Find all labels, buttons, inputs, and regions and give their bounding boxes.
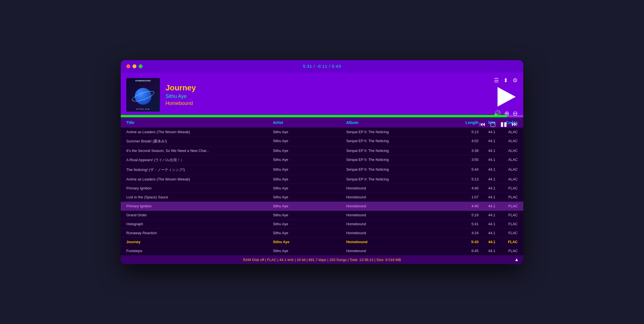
track-row[interactable]: Journey Sithu Aye Homebound 5:43 44.1 FL… — [121, 238, 523, 246]
col-header-length[interactable]: Length — [456, 120, 479, 125]
track-cell-album: Senpai EP II: The Noticing — [346, 130, 456, 134]
play-button[interactable] — [495, 87, 518, 107]
track-cell-length: 4:40 — [456, 186, 479, 190]
album-art-top-text: HOMEBOUND — [135, 80, 151, 82]
track-album: Homebound — [165, 100, 518, 106]
track-artist: Sithu Aye — [165, 93, 518, 99]
track-cell-artist: Sithu Aye — [273, 240, 346, 244]
status-text: RAM Disk off | FLAC | 44.1 kHz | 16 bit … — [243, 258, 401, 262]
title-bar: 5:31 / -0:11 / 5:43 — [121, 60, 523, 72]
track-cell-length: 1:07 — [456, 195, 479, 199]
track-cell-album: Homebound — [346, 195, 456, 199]
progress-bar-container[interactable] — [121, 115, 523, 117]
track-cell-artist: Sithu Aye — [273, 186, 346, 190]
track-row[interactable]: Holograph Sithu Aye Homebound 5:41 44.1 … — [121, 220, 523, 229]
track-cell-khz: 44.1 — [479, 222, 495, 226]
controls-area: ☰ ⬍ ⚙ 🔊 ⊕ ⊖ ⏮ ▢ ▮▮ ⏭ — [479, 77, 518, 128]
track-cell-length: 5:19 — [456, 213, 479, 217]
track-cell-artist: Sithu Aye — [273, 195, 346, 199]
track-cell-codec: FLAC — [495, 204, 518, 208]
track-cell-title: Lost in the (Space) Sauce — [126, 195, 273, 199]
next-icon[interactable]: ⏭ — [512, 121, 518, 128]
track-cell-title: Anime as Leaders (The Woven Weeab) — [126, 177, 273, 181]
track-cell-album: Homebound — [346, 204, 456, 208]
track-cell-codec: ALAC — [495, 149, 518, 153]
track-cell-length: 4:02 — [456, 139, 479, 144]
track-cell-artist: Sithu Aye — [273, 149, 346, 153]
track-row[interactable]: Footsteps Sithu Aye Homebound 6:45 44.1 … — [121, 246, 523, 255]
track-cell-khz: 44.1 — [479, 149, 495, 153]
track-cell-title: The Noticing! (ザ・ノーティシング!) — [126, 167, 273, 172]
track-cell-title: Holograph — [126, 222, 273, 226]
maximize-button[interactable] — [139, 64, 143, 68]
track-cell-title: Primary Ignition — [126, 204, 273, 208]
status-bar: RAM Disk off | FLAC | 44.1 kHz | 16 bit … — [121, 255, 523, 264]
stop-icon[interactable]: ▢ — [490, 121, 496, 128]
track-cell-album: Senpai EP II: The Noticing — [346, 177, 456, 181]
track-cell-artist: Sithu Aye — [273, 213, 346, 217]
track-row[interactable]: Lost in the (Space) Sauce Sithu Aye Home… — [121, 193, 523, 202]
track-info: Journey Sithu Aye Homebound — [165, 83, 518, 106]
track-cell-title: It's the Second Season, So We Need a New… — [126, 149, 273, 153]
track-cell-codec: FLAC — [495, 213, 518, 217]
track-cell-khz: 44.1 — [479, 158, 495, 163]
track-row[interactable]: Anime as Leaders (The Woven Weeab) Sithu… — [121, 128, 523, 137]
track-cell-album: Senpai EP II: The Noticing — [346, 158, 456, 163]
track-cell-codec: ALAC — [495, 158, 518, 163]
track-row[interactable]: It's the Second Season, So We Need a New… — [121, 146, 523, 155]
player-header: HOMEBOUND SITHU AYE Journey Sithu Aye Ho… — [121, 72, 523, 117]
track-cell-length: 5:13 — [456, 130, 479, 134]
scroll-up-button[interactable]: ▲ — [514, 257, 519, 262]
track-row[interactable]: Grand Order Sithu Aye Homebound 5:19 44.… — [121, 211, 523, 220]
track-cell-khz: 44.1 — [479, 240, 495, 244]
album-planet-graphic — [135, 88, 151, 105]
track-cell-khz: 44.1 — [479, 213, 495, 217]
track-cell-codec: FLAC — [495, 240, 518, 244]
track-cell-length: 6:45 — [456, 249, 479, 253]
track-cell-artist: Sithu Aye — [273, 130, 346, 134]
track-cell-title: Anime as Leaders (The Woven Weeab) — [126, 130, 273, 134]
track-cell-length: 5:41 — [456, 222, 479, 226]
pause-icon[interactable]: ▮▮ — [500, 121, 507, 128]
track-cell-title: Primary Ignition — [126, 186, 273, 190]
track-cell-length: 4:24 — [456, 231, 479, 235]
track-cell-artist: Sithu Aye — [273, 177, 346, 181]
col-header-title[interactable]: Title — [126, 120, 273, 125]
track-cell-artist: Sithu Aye — [273, 204, 346, 208]
track-cell-album: Homebound — [346, 240, 456, 244]
track-row[interactable]: Summer Break! (夏休み!) Sithu Aye Senpai EP… — [121, 137, 523, 146]
close-button[interactable] — [126, 64, 130, 68]
track-cell-title: Summer Break! (夏休み!) — [126, 139, 273, 144]
track-cell-khz: 44.1 — [479, 177, 495, 181]
track-cell-codec: FLAC — [495, 231, 518, 235]
track-row[interactable]: Primary Ignition Sithu Aye Homebound 4:4… — [121, 184, 523, 193]
album-art-bottom-text: SITHU AYE — [136, 108, 150, 110]
track-row[interactable]: Runaway Reaction Sithu Aye Homebound 4:2… — [121, 229, 523, 238]
track-cell-title: Footsteps — [126, 249, 273, 253]
track-cell-album: Homebound — [346, 213, 456, 217]
track-cell-codec: ALAC — [495, 130, 518, 134]
track-cell-artist: Sithu Aye — [273, 249, 346, 253]
top-icons: ☰ ⬍ ⚙ — [494, 77, 518, 84]
track-cell-length: 4:40 — [456, 204, 479, 208]
progress-bar-fill — [121, 115, 507, 117]
settings-icon[interactable]: ⚙ — [513, 77, 518, 84]
track-cell-khz: 44.1 — [479, 167, 495, 172]
equalizer-icon[interactable]: ⬍ — [503, 77, 508, 84]
track-cell-khz: 44.1 — [479, 186, 495, 190]
previous-icon[interactable]: ⏮ — [479, 121, 486, 128]
track-list-header: Title Artist Album Length kHz Codec — [121, 117, 523, 128]
transport-controls: ⏮ ▢ ▮▮ ⏭ — [479, 121, 518, 128]
playlist-icon[interactable]: ☰ — [494, 77, 499, 84]
track-cell-title: A Rival Appears! (ライバル出現！） — [126, 158, 273, 163]
track-cell-khz: 44.1 — [479, 231, 495, 235]
col-header-album[interactable]: Album — [346, 120, 456, 125]
col-header-artist[interactable]: Artist — [273, 120, 346, 125]
track-row[interactable]: Anime as Leaders (The Woven Weeab) Sithu… — [121, 175, 523, 184]
track-cell-album: Homebound — [346, 186, 456, 190]
track-row[interactable]: Primary Ignition Sithu Aye Homebound 4:4… — [121, 202, 523, 211]
play-triangle-icon — [498, 87, 516, 107]
track-row[interactable]: A Rival Appears! (ライバル出現！） Sithu Aye Sen… — [121, 155, 523, 165]
minimize-button[interactable] — [132, 64, 136, 68]
track-row[interactable]: The Noticing! (ザ・ノーティシング!) Sithu Aye Sen… — [121, 165, 523, 175]
